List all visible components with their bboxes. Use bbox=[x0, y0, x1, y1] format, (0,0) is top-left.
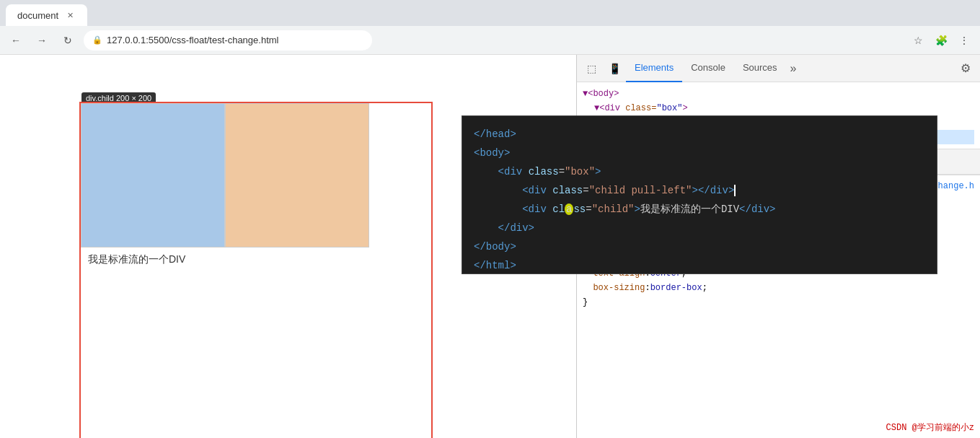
tab-bar: document ✕ bbox=[0, 0, 980, 26]
float-right-child bbox=[225, 103, 369, 248]
devtools-tab-bar: ⬚ 📱 Elements Console Sources » ⚙ bbox=[577, 55, 980, 82]
code-line-3: <div class="box"> bbox=[474, 162, 925, 181]
devtools-settings-button[interactable]: ⚙ bbox=[954, 57, 977, 80]
menu-button[interactable]: ⋮ bbox=[954, 30, 974, 51]
tab-elements[interactable]: Elements bbox=[626, 55, 682, 82]
normal-flow-div: 我是标准流的一个DIV bbox=[81, 248, 431, 272]
url-text: 127.0.0.1:5500/css-float/test-change.htm… bbox=[107, 35, 278, 45]
style-line-box-sizing: box-sizing: border-box; bbox=[583, 281, 974, 295]
extensions-button[interactable]: 🧩 bbox=[931, 30, 951, 51]
webpage-box: 我是标准流的一个DIV bbox=[79, 102, 433, 438]
html-tree-line: ▼<body> bbox=[583, 87, 974, 101]
tab-console[interactable]: Console bbox=[682, 55, 734, 82]
css-prop-box-sizing: box-sizing bbox=[593, 281, 645, 295]
code-line-8: </html> bbox=[474, 256, 925, 274]
security-icon: 🔒 bbox=[92, 35, 102, 45]
tab-sources[interactable]: Sources bbox=[734, 55, 786, 82]
float-left-child bbox=[81, 103, 225, 248]
bookmark-button[interactable]: ☆ bbox=[908, 30, 928, 51]
browser-toolbar-right: ☆ 🧩 ⋮ bbox=[908, 30, 974, 51]
css-val-box-sizing: border-box bbox=[650, 281, 702, 295]
element-picker-button[interactable]: ⬚ bbox=[580, 57, 603, 80]
reload-button[interactable]: ↻ bbox=[58, 30, 78, 51]
code-overlay: </head> <body> <div class="box"> <div cl… bbox=[462, 115, 937, 274]
forward-button[interactable]: → bbox=[32, 30, 52, 51]
style-closing-brace: } bbox=[583, 295, 974, 310]
address-bar-row: ← → ↻ 🔒 127.0.0.1:5500/css-float/test-ch… bbox=[0, 26, 980, 55]
code-line-1: </head> bbox=[474, 125, 925, 144]
tab-close-button[interactable]: ✕ bbox=[64, 9, 76, 21]
back-button[interactable]: ← bbox=[6, 30, 26, 51]
code-line-7: </body> bbox=[474, 237, 925, 256]
browser-tab[interactable]: document ✕ bbox=[6, 4, 87, 26]
code-line-4: <div class="child pull-left"></div> bbox=[474, 181, 925, 200]
code-line-2: <body> bbox=[474, 144, 925, 162]
code-line-6: </div> bbox=[474, 219, 925, 237]
code-line-5: <div class="child">我是标准流的一个DIV</div> bbox=[474, 200, 925, 219]
html-tree-line: ▼<div class="box"> bbox=[583, 101, 974, 115]
address-field[interactable]: 🔒 127.0.0.1:5500/css-float/test-change.h… bbox=[84, 30, 372, 51]
more-tabs-button[interactable]: » bbox=[786, 59, 801, 78]
tab-title: document bbox=[17, 10, 58, 21]
device-toggle-button[interactable]: 📱 bbox=[603, 57, 626, 80]
